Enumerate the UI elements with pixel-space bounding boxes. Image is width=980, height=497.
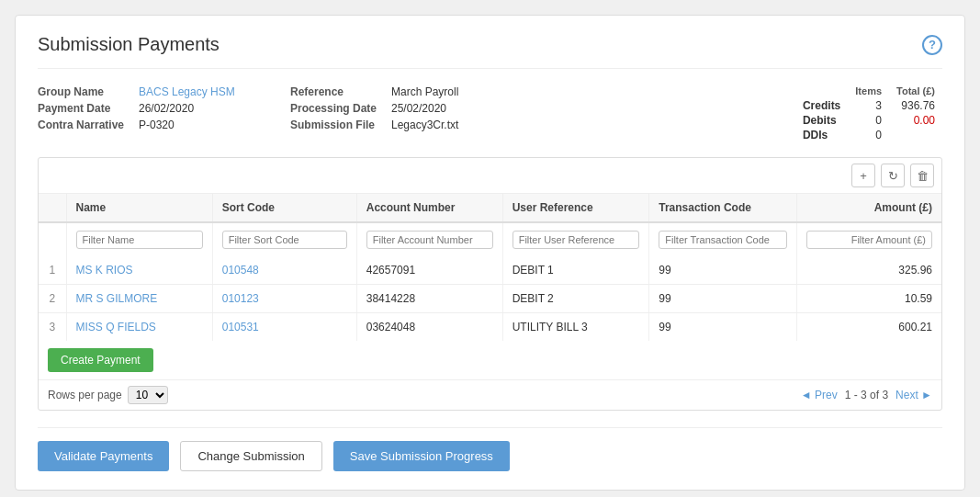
rows-per-page-select[interactable]: 10 25 50 — [128, 386, 168, 404]
reference-value: March Payroll — [391, 85, 458, 98]
save-submission-button[interactable]: Save Submission Progress — [333, 441, 510, 471]
col-user-reference: User Reference — [502, 194, 649, 222]
debits-total: 0.00 — [889, 113, 942, 128]
col-account-number: Account Number — [356, 194, 502, 222]
create-payment-button[interactable]: Create Payment — [48, 348, 153, 372]
next-page-button[interactable]: Next ► — [896, 389, 932, 401]
ddis-label: DDIs — [795, 128, 848, 142]
row-name[interactable]: MISS Q FIELDS — [66, 313, 212, 342]
credits-label: Credits — [795, 98, 848, 113]
reference-label: Reference — [290, 85, 391, 98]
col-num — [39, 194, 66, 222]
col-amount: Amount (£) — [797, 194, 941, 222]
filter-name[interactable] — [76, 231, 203, 249]
payment-date-value: 26/02/2020 — [139, 102, 194, 115]
credits-items: 3 — [848, 98, 889, 113]
row-sort-code[interactable]: 010531 — [212, 313, 356, 342]
row-sort-code[interactable]: 010548 — [212, 256, 356, 285]
row-amount: 10.59 — [797, 285, 941, 313]
add-row-icon[interactable]: + — [851, 164, 875, 187]
row-name[interactable]: MR S GILMORE — [66, 285, 212, 313]
contra-narrative-label: Contra Narrative — [38, 119, 139, 131]
refresh-icon[interactable]: ↻ — [881, 164, 905, 187]
row-user-reference: DEBIT 1 — [502, 256, 649, 285]
row-num: 3 — [39, 313, 66, 342]
submission-file-value: Legacy3Cr.txt — [391, 119, 458, 131]
row-account-number: 03624048 — [356, 313, 502, 342]
row-amount: 600.21 — [797, 313, 941, 342]
pagination-info: 1 - 3 of 3 — [845, 389, 888, 401]
filter-account-number[interactable] — [366, 231, 493, 249]
row-amount: 325.96 — [797, 256, 941, 285]
filter-amount[interactable] — [806, 231, 932, 249]
filter-transaction-code[interactable] — [659, 231, 787, 249]
page-title: Submission Payments — [38, 34, 220, 55]
row-account-number: 42657091 — [356, 256, 502, 285]
row-user-reference: UTILITY BILL 3 — [502, 313, 649, 342]
processing-date-label: Processing Date — [290, 102, 391, 115]
group-name-value[interactable]: BACS Legacy HSM — [139, 85, 235, 98]
prev-page-button[interactable]: ◄ Prev — [801, 389, 838, 401]
row-num: 2 — [39, 285, 66, 313]
contra-narrative-value: P-0320 — [139, 119, 175, 131]
help-icon[interactable]: ? — [922, 35, 942, 55]
row-user-reference: DEBIT 2 — [502, 285, 649, 313]
payments-table: Name Sort Code Account Number User Refer… — [39, 194, 941, 341]
col-name: Name — [66, 194, 212, 222]
table-row: 3 MISS Q FIELDS 010531 03624048 UTILITY … — [39, 313, 941, 342]
table-row: 2 MR S GILMORE 010123 38414228 DEBIT 2 9… — [39, 285, 941, 313]
validate-payments-button[interactable]: Validate Payments — [38, 441, 169, 471]
row-num: 1 — [39, 256, 66, 285]
items-col-header: Items — [848, 85, 889, 98]
row-name[interactable]: MS K RIOS — [66, 256, 212, 285]
table-row: 1 MS K RIOS 010548 42657091 DEBIT 1 99 3… — [39, 256, 941, 285]
filter-sort-code[interactable] — [222, 231, 347, 249]
total-col-header: Total (£) — [889, 85, 942, 98]
row-sort-code[interactable]: 010123 — [212, 285, 356, 313]
delete-icon[interactable]: 🗑 — [910, 164, 934, 187]
col-transaction-code: Transaction Code — [649, 194, 797, 222]
group-name-label: Group Name — [38, 85, 139, 98]
debits-items: 0 — [848, 113, 889, 128]
processing-date-value: 25/02/2020 — [391, 102, 446, 115]
ddis-total — [889, 128, 942, 142]
credits-total: 936.76 — [889, 98, 942, 113]
change-submission-button[interactable]: Change Submission — [180, 441, 321, 471]
row-transaction-code: 99 — [649, 285, 797, 313]
row-account-number: 38414228 — [356, 285, 502, 313]
row-transaction-code: 99 — [649, 313, 797, 342]
payment-date-label: Payment Date — [38, 102, 139, 115]
debits-label: Debits — [795, 113, 848, 128]
rows-per-page-label: Rows per page — [48, 389, 122, 401]
col-sort-code: Sort Code — [212, 194, 356, 222]
submission-file-label: Submission File — [290, 119, 391, 131]
filter-user-reference[interactable] — [513, 231, 640, 249]
row-transaction-code: 99 — [649, 256, 797, 285]
ddis-items: 0 — [848, 128, 889, 142]
